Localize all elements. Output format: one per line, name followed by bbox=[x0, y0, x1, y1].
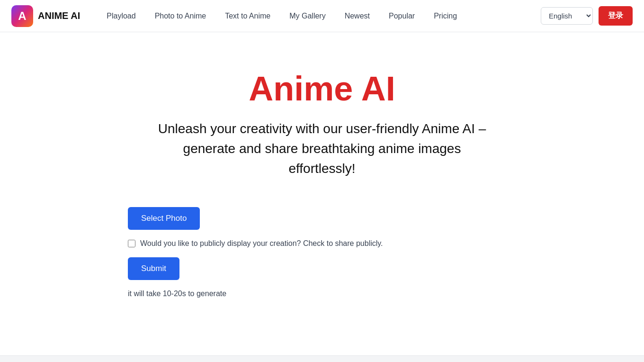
checkbox-label: Would you like to publicly display your … bbox=[140, 239, 383, 248]
submit-button[interactable]: Submit bbox=[128, 257, 179, 280]
brand-logo-icon: A bbox=[11, 5, 33, 27]
nav-newest[interactable]: Newest bbox=[337, 8, 377, 24]
nav-photo-to-anime[interactable]: Photo to Anime bbox=[147, 8, 214, 24]
select-photo-button[interactable]: Select Photo bbox=[128, 207, 200, 230]
nav-text-to-anime[interactable]: Text to Anime bbox=[217, 8, 278, 24]
nav-my-gallery[interactable]: My Gallery bbox=[282, 8, 333, 24]
nav-pricing[interactable]: Pricing bbox=[426, 8, 465, 24]
hero-subtitle: Unleash your creativity with our user-fr… bbox=[156, 119, 488, 179]
form-section: Select Photo Would you like to publicly … bbox=[118, 207, 545, 298]
public-display-checkbox[interactable] bbox=[128, 240, 135, 247]
language-select[interactable]: English 中文 日本語 한국어 bbox=[541, 7, 593, 25]
checkbox-row: Would you like to publicly display your … bbox=[128, 239, 383, 248]
horizontal-scrollbar[interactable] bbox=[0, 355, 644, 362]
navbar-right: English 中文 日本語 한국어 登录 bbox=[541, 6, 633, 26]
nav-links: Playload Photo to Anime Text to Anime My… bbox=[99, 8, 541, 24]
brand-name: ANIME AI bbox=[38, 10, 80, 21]
nav-popular[interactable]: Popular bbox=[381, 8, 422, 24]
hero-title: Anime AI bbox=[249, 70, 395, 108]
main-content: Anime AI Unleash your creativity with ou… bbox=[0, 32, 644, 326]
generate-hint: it will take 10-20s to generate bbox=[128, 290, 226, 298]
navbar: A ANIME AI Playload Photo to Anime Text … bbox=[0, 0, 644, 32]
logo-letter: A bbox=[18, 9, 26, 23]
nav-playload[interactable]: Playload bbox=[99, 8, 143, 24]
login-button[interactable]: 登录 bbox=[599, 6, 633, 26]
brand-link[interactable]: A ANIME AI bbox=[11, 5, 80, 27]
